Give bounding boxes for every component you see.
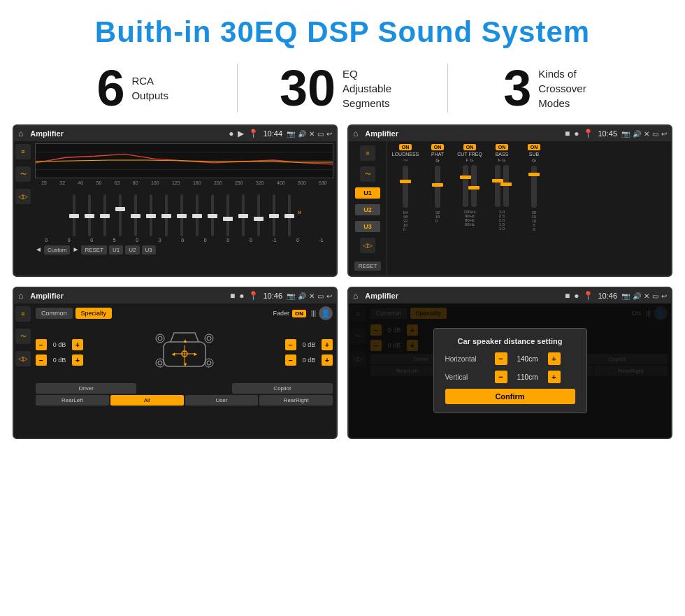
eq-slider-3[interactable] — [98, 194, 112, 236]
fader-user-btn[interactable]: User — [185, 395, 259, 406]
location-icon-4: 📍 — [583, 291, 593, 301]
eq-sliders: » — [35, 187, 333, 236]
eq-slider-13[interactable] — [252, 194, 266, 236]
db-control-rl: − 0 dB + — [36, 354, 83, 366]
fader-speaker-icon[interactable]: ◁▷ — [15, 351, 31, 366]
eq-u2-btn[interactable]: U2 — [125, 245, 139, 255]
db-rl-minus[interactable]: − — [36, 354, 47, 366]
eq-slider-8[interactable] — [175, 194, 189, 236]
bass-scale: 3.02.52.01.51.0 — [499, 210, 505, 231]
vertical-minus-btn[interactable]: − — [495, 371, 507, 383]
db-fr-plus[interactable]: + — [322, 339, 333, 350]
fader-rearleft-btn[interactable]: RearLeft — [36, 395, 109, 406]
sub-on-btn[interactable]: ON — [528, 144, 541, 150]
eq-slider-6[interactable] — [144, 194, 158, 236]
eq-slider-15[interactable] — [282, 194, 296, 236]
channel-loudness: ON LOUDNESS 〰 644832160 — [391, 144, 419, 273]
db-rr-minus[interactable]: − — [285, 354, 296, 366]
eq-speaker-icon[interactable]: ◁▷ — [15, 189, 31, 204]
fader-screen-card: ⌂ Amplifier ■ ● 📍 10:46 📷 🔊 ✕ ▭ ↩ ≡ 〜 ◁▷ — [13, 287, 338, 439]
cutfreq-on-btn[interactable]: ON — [463, 144, 477, 150]
confirm-button[interactable]: Confirm — [445, 389, 575, 404]
sub-slider[interactable] — [531, 166, 537, 208]
amp2-wave-icon[interactable]: 〜 — [360, 166, 375, 182]
eq-slider-14[interactable] — [267, 194, 281, 236]
back-icon-4[interactable]: ↩ — [661, 292, 667, 300]
db-rr-plus[interactable]: + — [322, 354, 333, 366]
eq-u3-btn[interactable]: U3 — [142, 245, 156, 255]
bass-on-btn[interactable]: ON — [496, 144, 509, 150]
eq-filter-icon[interactable]: ≡ — [15, 144, 31, 159]
battery-icon-2: ▭ — [652, 130, 658, 138]
eq-u1-btn[interactable]: U1 — [109, 245, 123, 255]
eq-slider-7[interactable] — [159, 194, 173, 236]
eq-slider-5[interactable] — [129, 194, 143, 236]
eq-reset-btn[interactable]: RESET — [81, 245, 107, 255]
cutfreq-slider-f[interactable] — [463, 165, 468, 207]
eq-prev-icon[interactable]: ◄ — [35, 245, 42, 255]
horizontal-minus-btn[interactable]: − — [495, 352, 507, 365]
db-fl-minus[interactable]: − — [36, 339, 47, 350]
fader-main-area: − 0 dB + − 0 dB + — [36, 324, 333, 380]
phat-slider[interactable] — [435, 166, 440, 208]
svg-text:▼: ▼ — [182, 361, 188, 368]
dot-icon-3b: ● — [239, 291, 244, 301]
phat-label: PHAT — [431, 152, 444, 157]
play-icon[interactable]: ▶ — [238, 129, 244, 138]
fader-rear-buttons: RearLeft All User RearRight — [36, 395, 333, 406]
fader-specialty-tab[interactable]: Specialty — [75, 308, 113, 319]
bass-slider-f[interactable] — [495, 165, 500, 207]
horizontal-plus-btn[interactable]: + — [548, 352, 561, 365]
stat-rca: 6 RCAOutputs — [28, 63, 237, 113]
db-rl-plus[interactable]: + — [72, 354, 83, 366]
fader-copilot-btn[interactable]: Copilot — [232, 383, 333, 394]
amp2-filter-icon[interactable]: ≡ — [360, 145, 375, 161]
cutfreq-label: CUT FREQ — [457, 152, 482, 157]
fader-wave-icon[interactable]: 〜 — [15, 329, 31, 344]
dialog-vertical-row: Vertical − 110cm + — [445, 371, 575, 383]
fader-common-tab[interactable]: Common — [36, 308, 73, 319]
loudness-slider[interactable] — [403, 166, 408, 208]
u1-button[interactable]: U1 — [355, 187, 380, 199]
fader-profile-icon[interactable]: 👤 — [319, 306, 333, 320]
x-icon: ✕ — [309, 130, 315, 138]
back-icon-2[interactable]: ↩ — [661, 130, 667, 138]
volume-icon-2: 🔊 — [633, 130, 641, 138]
u3-button[interactable]: U3 — [355, 221, 380, 232]
phat-on-btn[interactable]: ON — [431, 144, 445, 150]
eq-slider-9[interactable] — [190, 194, 204, 236]
home-icon[interactable]: ⌂ — [18, 129, 23, 138]
fader-driver-btn[interactable]: Driver — [36, 383, 136, 394]
eq-slider-1[interactable] — [67, 194, 81, 236]
eq-slider-2[interactable] — [82, 194, 96, 236]
eq-slider-10[interactable] — [206, 194, 219, 236]
fader-all-btn[interactable]: All — [110, 395, 184, 406]
loudness-on-btn[interactable]: ON — [399, 144, 412, 150]
fader-rearright-btn[interactable]: RearRight — [259, 395, 333, 406]
phat-g-label: G — [435, 158, 439, 163]
amp2-reset-btn[interactable]: RESET — [354, 262, 382, 271]
back-icon[interactable]: ↩ — [326, 130, 332, 138]
eq-wave-icon[interactable]: 〜 — [15, 166, 31, 182]
db-fl-plus[interactable]: + — [72, 339, 83, 350]
vertical-plus-btn[interactable]: + — [548, 371, 561, 383]
amp2-speaker-icon[interactable]: ◁▷ — [360, 238, 375, 253]
cutfreq-slider-g[interactable] — [471, 165, 477, 207]
eq-slider-4[interactable] — [113, 194, 127, 236]
fader-on-badge[interactable]: ON — [292, 310, 306, 317]
eq-slider-11[interactable] — [221, 194, 235, 236]
db-fr-minus[interactable]: − — [285, 339, 296, 350]
speaker-distance-dialog: Car speaker distance setting Horizontal … — [433, 328, 587, 413]
u2-button[interactable]: U2 — [355, 204, 380, 215]
bass-slider-g[interactable] — [503, 165, 509, 207]
fader-filter-icon[interactable]: ≡ — [15, 306, 31, 322]
eq-slider-12[interactable] — [236, 194, 250, 236]
home-icon-4[interactable]: ⌂ — [353, 291, 358, 301]
home-icon-2[interactable]: ⌂ — [353, 129, 358, 138]
x-icon-2: ✕ — [644, 130, 649, 138]
eq-preset-custom[interactable]: Custom — [44, 245, 71, 255]
db-fl-value: 0 dB — [49, 341, 70, 348]
home-icon-3[interactable]: ⌂ — [18, 291, 23, 301]
eq-next-icon[interactable]: ► — [72, 245, 79, 255]
back-icon-3[interactable]: ↩ — [326, 292, 332, 300]
